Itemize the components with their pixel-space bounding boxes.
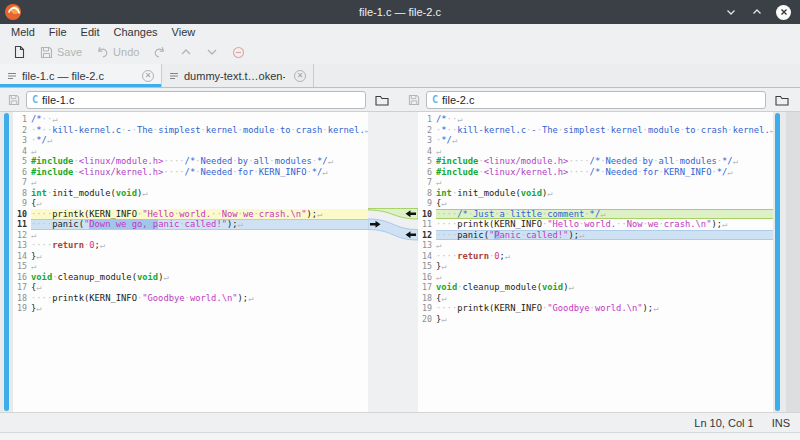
code-text[interactable]: #include·<linux/module.h>····/*·Needed·b… [31, 156, 368, 167]
code-text[interactable]: ↵ [436, 146, 773, 157]
code-text[interactable]: ····printk(KERN_INFO·"Goodbye·world.\n")… [31, 293, 368, 304]
code-text[interactable]: #include·<linux/module.h>····/*·Needed·b… [436, 156, 773, 167]
scrollbar-left[interactable] [0, 112, 13, 412]
code-text[interactable]: ····printk(KERN_INFO·"Goodbye·world.\n")… [436, 303, 773, 314]
line-number: 14 [13, 251, 31, 262]
menu-meld[interactable]: Meld [4, 26, 42, 38]
open-file-button-left[interactable] [372, 91, 392, 109]
line-number: 7 [418, 177, 436, 188]
save-icon [40, 46, 53, 59]
code-text[interactable]: ·*/↵ [436, 135, 773, 146]
line-number: 3 [13, 135, 31, 146]
code-text[interactable]: int·init_module(void)↵ [436, 188, 773, 199]
next-change-button[interactable] [201, 44, 223, 60]
tab-dummy-text[interactable]: dummy-text.t…oken-lines.txt ✕ [162, 64, 314, 87]
close-button[interactable] [776, 5, 791, 20]
line-number: 8 [418, 188, 436, 199]
filename-entry-right[interactable]: C file-2.c [426, 91, 766, 109]
code-text[interactable]: ↵ [436, 240, 773, 251]
code-text[interactable]: ·*··kill-kernel.c·-·The·simplest·kernel·… [436, 125, 773, 136]
code-text[interactable]: }↵ [436, 261, 773, 272]
save-button[interactable]: Save [35, 44, 87, 61]
line-number: 17 [418, 282, 436, 293]
newline-arrow-icon: ↵ [36, 303, 41, 313]
newline-arrow-icon: ↵ [322, 167, 327, 177]
menu-view[interactable]: View [165, 26, 203, 38]
code-text[interactable]: ↵ [31, 146, 368, 157]
tab-close-icon[interactable]: ✕ [142, 70, 154, 82]
code-line: 12····panic("Panic·called!");↵ [418, 230, 773, 241]
scrollbar-thumb[interactable] [4, 113, 9, 411]
code-line: 5#include·<linux/module.h>····/*·Needed·… [418, 156, 773, 167]
code-line: 6#include·<linux/kernel.h>····/*·Needed·… [418, 167, 773, 178]
code-line: 16void·cleanup_module(void)↵ [13, 272, 368, 283]
menu-edit[interactable]: Edit [74, 26, 107, 38]
newline-arrow-icon: ↵ [441, 293, 446, 303]
code-text[interactable]: ↵ [436, 177, 773, 188]
code-text[interactable]: {↵ [436, 198, 773, 209]
code-text[interactable]: ····printk(KERN_INFO·"Hello·world.··Now·… [31, 209, 368, 220]
maximize-button[interactable] [750, 5, 764, 19]
tab-close-icon[interactable]: ✕ [294, 70, 306, 82]
open-file-button-right[interactable] [772, 91, 792, 109]
redo-button[interactable] [148, 44, 171, 61]
code-text[interactable]: ····panic("Panic·called!");↵ [436, 230, 773, 241]
code-line: 6#include·<linux/kernel.h>····/*·Needed·… [13, 167, 368, 178]
new-comparison-button[interactable] [8, 43, 31, 61]
filename-entry-left[interactable]: C file-1.c [26, 91, 366, 109]
code-text[interactable]: ·*/↵ [31, 135, 368, 146]
code-text[interactable]: ↵ [31, 177, 368, 188]
code-line: 9{↵ [418, 198, 773, 209]
undo-button[interactable]: Undo [91, 44, 144, 61]
previous-change-button[interactable] [175, 44, 197, 60]
code-text[interactable]: #include·<linux/kernel.h>····/*·Needed·f… [31, 167, 368, 178]
code-text[interactable]: }↵ [31, 303, 368, 314]
code-line: 1/*··↵ [418, 114, 773, 125]
menu-file[interactable]: File [42, 26, 74, 38]
code-text[interactable]: {↵ [31, 198, 368, 209]
line-number: 15 [418, 261, 436, 272]
code-text[interactable]: ····printk(KERN_INFO·"Hello·world.··Now·… [436, 219, 773, 230]
editor-pane-left[interactable]: 1/*··↵2·*··kill-kernel.c·-·The·simplest·… [13, 112, 368, 412]
line-number: 20 [418, 314, 436, 325]
code-line: 13↵ [418, 240, 773, 251]
window-bottom-edge [0, 432, 800, 440]
code-text[interactable]: void·cleanup_module(void)↵ [31, 272, 368, 283]
save-icon [8, 94, 20, 106]
code-text[interactable]: ····return·0;↵ [31, 240, 368, 251]
code-text[interactable]: ····/*·Just·a·little·comment·*/↵ [436, 209, 773, 220]
newline-arrow-icon: ↵ [436, 240, 441, 250]
minimize-button[interactable] [724, 5, 738, 19]
code-line: 8int·init_module(void)↵ [418, 188, 773, 199]
code-text[interactable]: int·init_module(void)↵ [31, 188, 368, 199]
scrollbar-thumb[interactable] [775, 113, 780, 411]
code-text[interactable]: ↵ [31, 230, 368, 241]
code-text[interactable]: {↵ [436, 293, 773, 304]
code-line: 17void·cleanup_module(void)↵ [418, 282, 773, 293]
code-text[interactable]: }↵ [436, 314, 773, 325]
newline-arrow-icon: ↵ [36, 282, 41, 292]
code-text[interactable]: ↵ [31, 261, 368, 272]
code-text[interactable]: #include·<linux/kernel.h>····/*·Needed·f… [436, 167, 773, 178]
code-text[interactable]: {↵ [31, 282, 368, 293]
code-text[interactable]: ····panic("Down·we·go,·panic·called!");↵ [31, 219, 368, 230]
newline-arrow-icon: ↵ [568, 282, 573, 292]
code-line: 17{↵ [13, 282, 368, 293]
code-line: 16↵ [418, 272, 773, 283]
newline-arrow-icon: ↵ [722, 219, 727, 229]
code-text[interactable]: ·*··kill-kernel.c·-·The·simplest·kernel·… [31, 125, 368, 136]
tab-file1-file2[interactable]: file-1.c — file-2.c ✕ [0, 64, 162, 87]
code-text[interactable]: /*··↵ [31, 114, 368, 125]
code-text[interactable]: ····return·0;↵ [436, 251, 773, 262]
menu-changes[interactable]: Changes [107, 26, 165, 38]
editor-pane-right[interactable]: 1/*··↵2·*··kill-kernel.c·-·The·simplest·… [418, 112, 773, 412]
scrollbar-right[interactable] [773, 112, 786, 412]
newline-arrow-icon: ↵ [457, 114, 462, 124]
newline-arrow-icon: ↵ [328, 156, 333, 166]
code-text[interactable]: }↵ [31, 251, 368, 262]
code-text[interactable]: ↵ [436, 272, 773, 283]
code-line: 11····panic("Down·we·go,·panic·called!")… [13, 219, 368, 230]
stop-button[interactable] [227, 44, 250, 61]
code-text[interactable]: void·cleanup_module(void)↵ [436, 282, 773, 293]
code-text[interactable]: /*··↵ [436, 114, 773, 125]
